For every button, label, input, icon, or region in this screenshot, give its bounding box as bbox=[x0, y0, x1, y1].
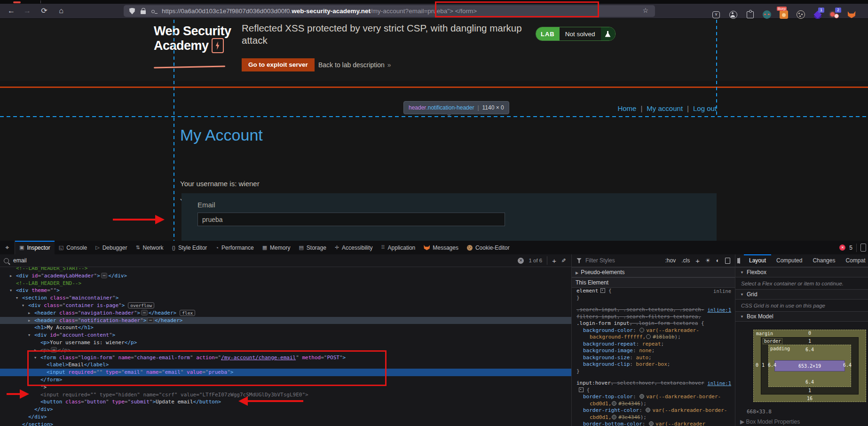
devtools-tab-style-editor[interactable]: {}Style Editor bbox=[168, 241, 212, 254]
foxyproxy-icon[interactable] bbox=[846, 9, 857, 20]
devtools-tab-memory[interactable]: ▦Memory bbox=[258, 241, 295, 254]
markup-line[interactable]: <p>Your username is: wiener</p> bbox=[0, 339, 571, 347]
markup-line[interactable]: </div> bbox=[0, 406, 571, 413]
rule-line[interactable]: cbd0d1,#3e4346); bbox=[572, 414, 735, 421]
filter-styles-placeholder[interactable]: Filter Styles bbox=[585, 257, 615, 264]
boxmodel-section-header[interactable]: ▼Box Model bbox=[735, 311, 868, 322]
color-swatch[interactable] bbox=[639, 328, 644, 332]
back-to-lab-description-link[interactable]: Back to lab description» bbox=[318, 61, 391, 69]
color-swatch[interactable] bbox=[646, 408, 650, 412]
markup-badge[interactable]: flex bbox=[180, 310, 195, 316]
pick-element-button[interactable]: ⌖ bbox=[0, 241, 15, 254]
markup-line[interactable]: ▼<div theme=""> bbox=[0, 287, 571, 294]
collapsed-content-icon[interactable]: ⋯ bbox=[147, 317, 153, 323]
color-swatch[interactable] bbox=[649, 421, 654, 426]
back-button[interactable]: ← bbox=[6, 6, 17, 16]
account-icon[interactable] bbox=[728, 9, 738, 20]
bookmark-star-icon[interactable]: ☆ bbox=[642, 7, 648, 14]
forward-button[interactable]: → bbox=[22, 6, 33, 16]
rule-line[interactable]: cbd0d1,#3e4346); bbox=[572, 401, 735, 408]
expand-arrow[interactable]: ▼ bbox=[28, 332, 34, 339]
markup-badge[interactable]: overflow bbox=[128, 302, 154, 308]
markup-line[interactable]: ▶<header class="navigation-header">⋯</he… bbox=[0, 309, 571, 317]
rules-section-header[interactable]: This Element bbox=[572, 277, 735, 288]
expand-arrow[interactable]: ▼ bbox=[22, 302, 28, 310]
collapsed-content-icon[interactable]: ⋯ bbox=[141, 310, 147, 316]
clear-search-icon[interactable]: ✕ bbox=[518, 258, 524, 264]
rule-line[interactable]: filters input, .search-filters textarea, bbox=[572, 314, 735, 321]
highlight-selector-icon[interactable] bbox=[579, 387, 584, 392]
collapsed-content-icon[interactable]: ⋯ bbox=[101, 273, 107, 278]
devtools-tab-inspector[interactable]: ▣Inspector bbox=[15, 241, 55, 254]
expand-arrow[interactable]: ▶ bbox=[28, 317, 34, 325]
devtools-tab-cookie-editor[interactable]: Cookie-Editor bbox=[463, 241, 514, 254]
web-security-academy-logo[interactable]: Web Security Academy bbox=[154, 24, 238, 53]
devtools-tab-messages[interactable]: Messages bbox=[419, 241, 463, 254]
box-model-properties-header[interactable]: ▶ Box Model Properties bbox=[735, 415, 868, 425]
devtools-tab-accessibility[interactable]: ✛Accessibility bbox=[331, 241, 377, 254]
rule-line[interactable]: background-clip: border-box; bbox=[572, 361, 735, 368]
markup-line[interactable]: ▶<header class="notification-header">⋯</… bbox=[0, 317, 571, 324]
expand-arrow[interactable]: ▼ bbox=[16, 295, 22, 302]
sidebar-tab-layout[interactable]: Layout bbox=[744, 254, 771, 267]
go-to-exploit-server-button[interactable]: Go to exploit server bbox=[242, 58, 315, 71]
markup-line[interactable]: <h1>My Account</h1> bbox=[0, 324, 571, 331]
rule-line[interactable]: { bbox=[572, 387, 735, 394]
color-swatch[interactable] bbox=[646, 334, 651, 339]
print-simulation-icon[interactable] bbox=[725, 258, 730, 264]
rule-line[interactable]: background-ffffff,#181a1b); bbox=[572, 334, 735, 341]
hacker-extension-icon[interactable] bbox=[762, 9, 772, 20]
rule-line[interactable]: background-size: auto; bbox=[572, 355, 735, 362]
permissions-icon[interactable] bbox=[151, 10, 158, 14]
pocket-icon[interactable]: ∨ bbox=[711, 9, 721, 20]
cookie-extension-icon[interactable] bbox=[796, 9, 806, 20]
markup-search-value[interactable]: email bbox=[13, 257, 27, 264]
rule-line[interactable]: .login-form input, .login-form textarea … bbox=[572, 320, 735, 327]
markup-line[interactable]: <!--LAB_HEADER_END--> bbox=[0, 280, 571, 287]
nav-link-home[interactable]: Home bbox=[617, 104, 636, 112]
burp-suite-icon[interactable]: Burp bbox=[779, 9, 789, 20]
sidebar-tab-changes[interactable]: Changes bbox=[807, 254, 840, 267]
eyedropper-icon[interactable]: ✎ bbox=[560, 258, 567, 263]
tracking-shield-icon[interactable] bbox=[129, 8, 135, 15]
markup-line[interactable]: ▼<div id="account-content"> bbox=[0, 331, 571, 339]
stack-extension-icon[interactable]: 1 bbox=[813, 9, 823, 20]
nav-link-my-account[interactable]: My account bbox=[647, 104, 683, 112]
rule-line[interactable]: border-right-color: var(--darkreader-bor… bbox=[572, 407, 735, 414]
markup-line[interactable]: </section> bbox=[0, 421, 571, 426]
rule-line[interactable]: background-repeat: repeat; bbox=[572, 341, 735, 348]
rule-line[interactable]: background-image: none; bbox=[572, 347, 735, 355]
devtools-tab-performance[interactable]: ◔Performance bbox=[211, 241, 258, 254]
expand-arrow[interactable]: ▶ bbox=[28, 310, 34, 317]
markup-line[interactable]: ▼<div class="container is-page">overflow bbox=[0, 302, 571, 309]
devtools-tab-network[interactable]: ⇅Network bbox=[131, 241, 167, 254]
rule-line[interactable]: inlineelement { bbox=[572, 288, 735, 295]
devtools-tab-console[interactable]: ◱Console bbox=[55, 241, 91, 254]
markup-line[interactable]: </div> bbox=[0, 413, 571, 421]
proxy-extension-icon[interactable]: 2 bbox=[829, 9, 840, 20]
rule-source-link[interactable]: inline:1 bbox=[707, 307, 731, 314]
rule-source-link[interactable]: inline:1 bbox=[707, 380, 731, 387]
devtools-tab-storage[interactable]: ▤Storage bbox=[294, 241, 330, 254]
color-swatch[interactable] bbox=[639, 394, 644, 399]
markup-search-bar[interactable]: email ✕ 1 of 6 + ✎ bbox=[0, 254, 572, 267]
rule-line[interactable]: border-bottom-color: var(--darkreader bbox=[572, 421, 735, 426]
add-node-button[interactable]: + bbox=[552, 257, 556, 265]
responsive-mode-icon[interactable] bbox=[860, 244, 866, 252]
add-rule-button[interactable]: + bbox=[695, 257, 700, 265]
rule-line[interactable]: border-top-color: var(--darkreader-borde… bbox=[572, 394, 735, 401]
rule-line[interactable]: inline:1.search-input, .search-textarea,… bbox=[572, 307, 735, 314]
rule-line[interactable]: inline:1input:hover, select:hover, texta… bbox=[572, 380, 735, 387]
expand-arrow[interactable]: ▼ bbox=[10, 287, 16, 295]
error-count-icon[interactable]: ✕ bbox=[839, 245, 845, 251]
devtools-tab-application[interactable]: ⠿Application bbox=[377, 241, 419, 254]
toggle-pseudo-classes-button[interactable]: :hov bbox=[665, 257, 676, 264]
markup-line[interactable]: ▼<section class="maincontainer"> bbox=[0, 294, 571, 302]
sidebar-toggle-icon[interactable] bbox=[739, 258, 740, 264]
highlight-selector-icon[interactable] bbox=[600, 288, 605, 293]
nav-link-log-out[interactable]: Log out bbox=[693, 104, 717, 112]
markup-line[interactable]: <!--LAB_HEADER_START--> bbox=[0, 267, 571, 272]
rule-line[interactable]: background-color: var(--darkreader- bbox=[572, 327, 735, 334]
flexbox-section-header[interactable]: ▼Flexbox bbox=[735, 267, 868, 277]
markup-line[interactable]: <button class="button" type="submit">Upd… bbox=[0, 398, 571, 406]
